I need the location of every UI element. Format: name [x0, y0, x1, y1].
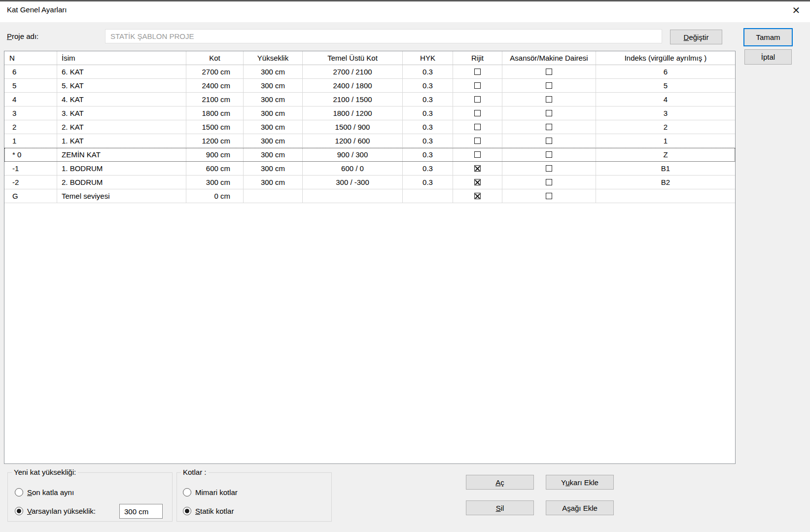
- default-height-input[interactable]: [119, 504, 163, 519]
- cell-yukseklik[interactable]: 300 cm: [244, 120, 303, 134]
- table-row[interactable]: 4 4. KAT 2100 cm 300 cm 2100 / 1500 0.3 …: [4, 93, 735, 106]
- cell-yukseklik[interactable]: [244, 189, 303, 203]
- cell-temel-ustu-kot[interactable]: 1800 / 1200: [303, 106, 403, 120]
- cell-hyk[interactable]: 0.3: [403, 120, 453, 134]
- table-row[interactable]: -1 1. BODRUM 600 cm 300 cm 600 / 0 0.3 B…: [4, 162, 735, 176]
- cell-kot[interactable]: 1500 cm: [186, 120, 244, 134]
- add-above-button[interactable]: Yukarı Ekle: [546, 475, 614, 490]
- asansor-makine-checkbox[interactable]: [546, 69, 552, 75]
- cell-isim[interactable]: 4. KAT: [57, 93, 186, 106]
- cell-n[interactable]: 5: [4, 79, 57, 92]
- cell-hyk[interactable]: 0.3: [403, 65, 453, 78]
- cell-kot[interactable]: 2400 cm: [186, 79, 244, 92]
- rijit-checkbox[interactable]: [474, 151, 481, 158]
- cell-indeks[interactable]: 4: [596, 93, 735, 106]
- asansor-makine-checkbox[interactable]: [546, 124, 552, 130]
- cell-kot[interactable]: 300 cm: [186, 176, 244, 189]
- radio-mimari-kotlar[interactable]: Mimari kotlar: [183, 488, 238, 497]
- cell-kot[interactable]: 1800 cm: [186, 106, 244, 120]
- table-row[interactable]: 2 2. KAT 1500 cm 300 cm 1500 / 900 0.3 2: [4, 120, 735, 134]
- rijit-checkbox[interactable]: [474, 179, 481, 185]
- asansor-makine-checkbox[interactable]: [546, 151, 552, 158]
- cell-yukseklik[interactable]: 300 cm: [244, 79, 303, 92]
- cell-hyk[interactable]: 0.3: [403, 162, 453, 175]
- delete-button[interactable]: Sil: [466, 500, 534, 515]
- cell-indeks[interactable]: 5: [596, 79, 735, 92]
- cell-n[interactable]: -2: [4, 176, 57, 189]
- cell-hyk[interactable]: 0.3: [403, 176, 453, 189]
- cell-indeks[interactable]: [596, 189, 735, 203]
- cell-indeks[interactable]: 2: [596, 120, 735, 134]
- radio-circle-selected[interactable]: [15, 507, 23, 515]
- cell-hyk[interactable]: [403, 189, 453, 203]
- rijit-checkbox[interactable]: [474, 138, 481, 144]
- cell-indeks[interactable]: 6: [596, 65, 735, 78]
- add-below-button[interactable]: Aşağı Ekle: [546, 500, 614, 515]
- asansor-makine-checkbox[interactable]: [546, 82, 552, 89]
- asansor-makine-checkbox[interactable]: [546, 193, 552, 199]
- table-row[interactable]: 6 6. KAT 2700 cm 300 cm 2700 / 2100 0.3 …: [4, 65, 735, 79]
- cell-kot[interactable]: 0 cm: [186, 189, 244, 203]
- cell-hyk[interactable]: 0.3: [403, 134, 453, 147]
- table-row[interactable]: * 0 ZEMİN KAT 900 cm 300 cm 900 / 300 0.…: [4, 148, 735, 162]
- rijit-checkbox[interactable]: [474, 193, 481, 199]
- asansor-makine-checkbox[interactable]: [546, 179, 552, 185]
- rijit-checkbox[interactable]: [474, 110, 481, 116]
- radio-circle[interactable]: [15, 488, 23, 497]
- cell-indeks[interactable]: 3: [596, 106, 735, 120]
- project-name-field[interactable]: STATİK ŞABLON PROJE: [105, 29, 662, 43]
- table-row[interactable]: 3 3. KAT 1800 cm 300 cm 1800 / 1200 0.3 …: [4, 106, 735, 120]
- asansor-makine-checkbox[interactable]: [546, 138, 552, 144]
- cell-kot[interactable]: 2100 cm: [186, 93, 244, 106]
- rijit-checkbox[interactable]: [474, 69, 481, 75]
- cell-temel-ustu-kot[interactable]: 2700 / 2100: [303, 65, 403, 78]
- cell-isim[interactable]: 2. KAT: [57, 120, 186, 134]
- rijit-checkbox[interactable]: [474, 82, 481, 89]
- radio-default-height[interactable]: Varsayılan yükseklik:: [15, 507, 96, 515]
- table-row[interactable]: -2 2. BODRUM 300 cm 300 cm 300 / -300 0.…: [4, 176, 735, 189]
- rijit-checkbox[interactable]: [474, 165, 481, 172]
- cell-yukseklik[interactable]: 300 cm: [244, 106, 303, 120]
- asansor-makine-checkbox[interactable]: [546, 110, 552, 116]
- cell-yukseklik[interactable]: 300 cm: [244, 134, 303, 147]
- cell-temel-ustu-kot[interactable]: 2100 / 1500: [303, 93, 403, 106]
- cancel-button[interactable]: İptal: [744, 49, 792, 65]
- cell-indeks[interactable]: Z: [596, 148, 735, 161]
- cell-yukseklik[interactable]: 300 cm: [244, 65, 303, 78]
- cell-hyk[interactable]: 0.3: [403, 79, 453, 92]
- cell-temel-ustu-kot[interactable]: 600 / 0: [303, 162, 403, 175]
- cell-temel-ustu-kot[interactable]: 2400 / 1800: [303, 79, 403, 92]
- radio-statik-kotlar[interactable]: Statik kotlar: [183, 507, 234, 515]
- cell-isim[interactable]: 5. KAT: [57, 79, 186, 92]
- cell-n[interactable]: 3: [4, 106, 57, 120]
- cell-yukseklik[interactable]: 300 cm: [244, 162, 303, 175]
- cell-temel-ustu-kot[interactable]: 1500 / 900: [303, 120, 403, 134]
- open-button[interactable]: Aç: [466, 475, 534, 490]
- cell-kot[interactable]: 900 cm: [186, 148, 244, 161]
- cell-isim[interactable]: 6. KAT: [57, 65, 186, 78]
- radio-same-as-last-floor[interactable]: Son katla aynı: [15, 488, 74, 497]
- ok-button[interactable]: Tamam: [743, 28, 793, 46]
- cell-kot[interactable]: 2700 cm: [186, 65, 244, 78]
- cell-indeks[interactable]: B2: [596, 176, 735, 189]
- cell-isim[interactable]: 3. KAT: [57, 106, 186, 120]
- cell-temel-ustu-kot[interactable]: 900 / 300: [303, 148, 403, 161]
- asansor-makine-checkbox[interactable]: [546, 165, 552, 172]
- table-row[interactable]: 5 5. KAT 2400 cm 300 cm 2400 / 1800 0.3 …: [4, 79, 735, 93]
- cell-temel-ustu-kot[interactable]: [303, 189, 403, 203]
- cell-isim[interactable]: 1. BODRUM: [57, 162, 186, 175]
- cell-n[interactable]: * 0: [4, 148, 57, 161]
- cell-isim[interactable]: 1. KAT: [57, 134, 186, 147]
- cell-n[interactable]: 4: [4, 93, 57, 106]
- cell-isim[interactable]: 2. BODRUM: [57, 176, 186, 189]
- cell-kot[interactable]: 1200 cm: [186, 134, 244, 147]
- cell-hyk[interactable]: 0.3: [403, 93, 453, 106]
- cell-isim[interactable]: ZEMİN KAT: [57, 148, 186, 161]
- cell-indeks[interactable]: B1: [596, 162, 735, 175]
- radio-circle[interactable]: [183, 488, 191, 497]
- cell-temel-ustu-kot[interactable]: 300 / -300: [303, 176, 403, 189]
- change-button[interactable]: Değiştir: [670, 30, 722, 44]
- cell-yukseklik[interactable]: 300 cm: [244, 148, 303, 161]
- rijit-checkbox[interactable]: [474, 96, 481, 103]
- cell-hyk[interactable]: 0.3: [403, 106, 453, 120]
